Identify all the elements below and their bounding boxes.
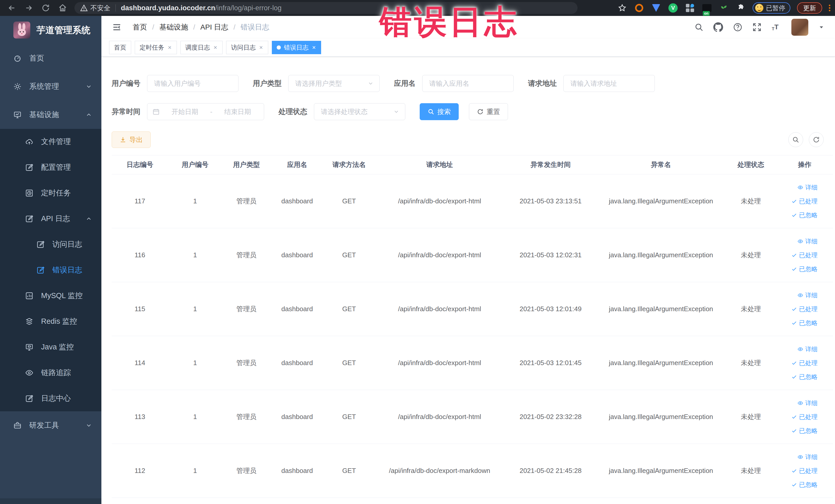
- sidebar-item-error-log[interactable]: 错误日志: [0, 257, 101, 283]
- user-caret-down-icon[interactable]: [818, 24, 825, 31]
- extension-shield-icon[interactable]: [651, 3, 661, 13]
- sidebar-item-java-monitor[interactable]: Java 监控: [0, 334, 101, 360]
- user-id-input[interactable]: [147, 75, 239, 92]
- sidebar-item-api-log[interactable]: API 日志: [0, 206, 101, 231]
- show-search-toggle-button[interactable]: [788, 132, 803, 147]
- breadcrumb-api-log[interactable]: API 日志: [201, 22, 228, 32]
- mark-processed-link[interactable]: 已处理: [791, 467, 817, 475]
- export-button[interactable]: 导出: [111, 132, 151, 148]
- address-bar[interactable]: 不安全 dashboard.yudao.iocoder.cn/infra/log…: [75, 2, 577, 14]
- tab-scheduled-job[interactable]: 定时任务×: [135, 41, 177, 54]
- mark-processed-link[interactable]: 已处理: [791, 197, 817, 205]
- mark-processed-link[interactable]: 已处理: [791, 359, 817, 367]
- search-button[interactable]: 搜索: [420, 103, 459, 120]
- mark-ignored-link[interactable]: 已忽略: [791, 373, 817, 381]
- detail-link[interactable]: 详细: [797, 399, 817, 407]
- close-icon[interactable]: ×: [167, 44, 172, 51]
- mark-processed-link[interactable]: 已处理: [791, 251, 817, 259]
- tab-schedule-log[interactable]: 调度日志×: [180, 41, 223, 54]
- close-icon[interactable]: ×: [213, 44, 218, 51]
- sidebar-item-infra[interactable]: 基础设施: [0, 101, 101, 129]
- sidebar-item-config-manage[interactable]: 配置管理: [0, 155, 101, 180]
- breadcrumb-infra[interactable]: 基础设施: [159, 22, 188, 32]
- tab-error-log[interactable]: 错误日志×: [272, 41, 321, 54]
- profile-paused-chip[interactable]: 已暂停: [753, 2, 790, 14]
- mark-processed-link[interactable]: 已处理: [791, 413, 817, 421]
- cell-app-name: dashboard: [271, 228, 323, 282]
- request-url-input[interactable]: [564, 75, 655, 92]
- sidebar-logo[interactable]: 芋道管理系统: [0, 16, 101, 44]
- app-name-input[interactable]: [422, 75, 514, 92]
- refresh-table-button[interactable]: [809, 132, 824, 147]
- sidebar-item-dev-tools[interactable]: 研发工具: [0, 411, 101, 440]
- github-icon[interactable]: [713, 22, 723, 32]
- browser-back-icon[interactable]: [5, 2, 19, 14]
- mark-processed-link[interactable]: 已处理: [791, 305, 817, 313]
- cell-app-name: dashboard: [271, 174, 323, 228]
- sidebar-item-file-manage[interactable]: 文件管理: [0, 129, 101, 155]
- detail-link[interactable]: 详细: [797, 237, 817, 245]
- tab-access-log[interactable]: 访问日志×: [226, 41, 268, 54]
- filter-label: 处理状态: [279, 107, 307, 117]
- search-icon[interactable]: [694, 23, 704, 32]
- filter-request-url: 请求地址: [528, 75, 655, 92]
- exception-time-range-picker[interactable]: 开始日期 - 结束日期: [147, 103, 264, 120]
- table-row: 112 1 管理员 dashboard GET /api/infra/db-do…: [111, 444, 833, 498]
- cell-exception-time: 2021-05-03 12:01:49: [504, 282, 597, 336]
- close-icon[interactable]: ×: [259, 44, 263, 51]
- sidebar-item-home[interactable]: 首页: [0, 44, 101, 73]
- extension-vue-devtools-icon[interactable]: V: [668, 3, 678, 13]
- col-user-type: 用户类型: [222, 155, 271, 174]
- extension-switch-icon[interactable]: on: [702, 3, 712, 13]
- extension-orange-icon[interactable]: [634, 3, 644, 13]
- sidebar-item-scheduled-job[interactable]: 定时任务: [0, 180, 101, 206]
- mark-ignored-link[interactable]: 已忽略: [791, 319, 817, 327]
- detail-link[interactable]: 详细: [797, 345, 817, 353]
- breadcrumb-separator: /: [233, 23, 236, 31]
- timer-icon: [25, 189, 33, 197]
- sidebar-toggle-icon[interactable]: [111, 22, 122, 32]
- browser-menu-icon[interactable]: [829, 5, 830, 11]
- browser-forward-icon[interactable]: [22, 2, 36, 14]
- close-icon[interactable]: ×: [312, 44, 316, 51]
- detail-link[interactable]: 详细: [797, 183, 817, 191]
- user-type-select[interactable]: 请选择用户类型: [288, 75, 380, 92]
- sidebar-item-trace[interactable]: 链路追踪: [0, 360, 101, 386]
- process-status-select[interactable]: 请选择处理状态: [314, 103, 405, 120]
- end-date-placeholder[interactable]: 结束日期: [217, 107, 259, 116]
- fullscreen-icon[interactable]: [752, 23, 761, 32]
- font-size-icon[interactable]: TT: [771, 22, 781, 32]
- security-label[interactable]: 不安全: [90, 4, 110, 13]
- browser-reload-icon[interactable]: [39, 2, 53, 14]
- eye-icon: [797, 185, 803, 190]
- help-icon[interactable]: [733, 22, 742, 32]
- user-avatar[interactable]: [791, 19, 808, 36]
- detail-link[interactable]: 详细: [797, 291, 817, 299]
- mark-ignored-link[interactable]: 已忽略: [791, 211, 817, 219]
- browser-update-button[interactable]: 更新: [797, 2, 822, 14]
- extension-plant-icon[interactable]: [719, 3, 729, 13]
- breadcrumb-home[interactable]: 首页: [133, 22, 147, 32]
- start-date-placeholder[interactable]: 开始日期: [164, 107, 206, 116]
- detail-link[interactable]: 详细: [797, 453, 817, 461]
- tab-home[interactable]: 首页: [109, 41, 131, 54]
- sidebar-item-log-center[interactable]: 日志中心: [0, 386, 101, 411]
- sidebar-item-redis-monitor[interactable]: Redis 监控: [0, 309, 101, 334]
- mark-ignored-link[interactable]: 已忽略: [791, 265, 817, 273]
- browser-home-icon[interactable]: [56, 2, 70, 14]
- sidebar-item-mysql-monitor[interactable]: MySQL 监控: [0, 283, 101, 309]
- status-badge: 未处理: [725, 282, 776, 336]
- extension-grid-icon[interactable]: [685, 3, 695, 13]
- cell-app-name: dashboard: [271, 282, 323, 336]
- url-text[interactable]: dashboard.yudao.iocoder.cn/infra/log/api…: [121, 4, 282, 12]
- filter-label: 应用名: [394, 79, 415, 88]
- sidebar-item-system[interactable]: 系统管理: [0, 73, 101, 101]
- reset-button[interactable]: 重置: [469, 103, 508, 120]
- search-icon: [428, 108, 434, 115]
- extensions-puzzle-icon[interactable]: [736, 3, 746, 13]
- mark-ignored-link[interactable]: 已忽略: [791, 427, 817, 435]
- sidebar-item-access-log[interactable]: 访问日志: [0, 231, 101, 257]
- bookmark-star-icon[interactable]: [617, 3, 627, 13]
- mark-ignored-link[interactable]: 已忽略: [791, 481, 817, 489]
- check-icon: [791, 306, 797, 312]
